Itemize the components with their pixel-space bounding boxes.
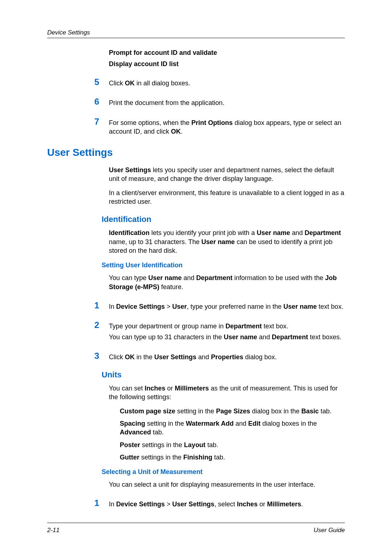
heading-identification: Identification	[102, 215, 345, 224]
header-title: Device Settings	[47, 29, 90, 36]
step-text: In Device Settings > User, type your pre…	[109, 301, 343, 311]
units-item-2: Spacing setting in the Watermark Add and…	[120, 419, 345, 437]
heading-setting-user-identification: Setting User Identification	[102, 262, 345, 269]
units-para-2: You can select a unit for displaying mea…	[109, 480, 345, 489]
step-6: 6 Print the document from the applicatio…	[94, 97, 345, 107]
heading-units: Units	[102, 370, 345, 380]
step-text: Click OK in the User Settings and Proper…	[109, 351, 277, 361]
step-number: 2	[94, 320, 109, 330]
units-item-4: Gutter settings in the Finishing tab.	[120, 453, 345, 462]
step-text: Print the document from the application.	[109, 97, 224, 107]
user-settings-para-2: In a client/server environment, this fea…	[109, 189, 345, 206]
step-text: Type your department or group name in De…	[109, 320, 288, 331]
step-number: 7	[94, 117, 109, 126]
ident-step-2: 2 Type your department or group name in …	[94, 320, 345, 331]
step-number: 6	[94, 97, 109, 106]
setting-user-id-para: You can type User name and Department in…	[109, 274, 345, 291]
heading-user-settings: User Settings	[47, 147, 345, 158]
ident-step-1: 1 In Device Settings > User, type your p…	[94, 301, 345, 311]
user-settings-para-1: User Settings lets you specify user and …	[109, 166, 345, 183]
step-text: For some options, when the Print Options…	[109, 117, 345, 136]
step-number: 3	[94, 351, 109, 361]
content-area: Prompt for account ID and validate Displ…	[47, 49, 345, 509]
intro-block: Prompt for account ID and validate Displ…	[109, 49, 345, 68]
step-number: 1	[94, 301, 109, 310]
units-item-3: Poster settings in the Layout tab.	[120, 441, 345, 449]
step-text: Click OK in all dialog boxes.	[109, 77, 190, 88]
step-5: 5 Click OK in all dialog boxes.	[94, 77, 345, 88]
heading-selecting-unit: Selecting a Unit of Measurement	[102, 468, 345, 476]
step-number: 5	[94, 77, 109, 87]
ident-step-2-sub: You can type up to 31 characters in the …	[109, 333, 345, 341]
step-text: In Device Settings > User Settings, sele…	[109, 498, 303, 509]
intro-line-2: Display account ID list	[109, 60, 345, 68]
step-number: 1	[94, 498, 109, 508]
intro-line-1: Prompt for account ID and validate	[109, 49, 345, 57]
step-7: 7 For some options, when the Print Optio…	[94, 117, 345, 136]
units-step-1: 1 In Device Settings > User Settings, se…	[94, 498, 345, 509]
page-number: 2-11	[47, 527, 60, 534]
identification-para: Identification lets you identify your pr…	[109, 228, 345, 255]
units-para-1: You can set Inches or Millimeters as the…	[109, 384, 345, 402]
footer-title: User Guide	[314, 527, 345, 534]
page-footer: 2-11 User Guide	[47, 523, 345, 534]
ident-step-3: 3 Click OK in the User Settings and Prop…	[94, 351, 345, 361]
units-item-1: Custom page size setting in the Page Siz…	[120, 407, 345, 416]
page-header: Device Settings	[47, 29, 345, 38]
